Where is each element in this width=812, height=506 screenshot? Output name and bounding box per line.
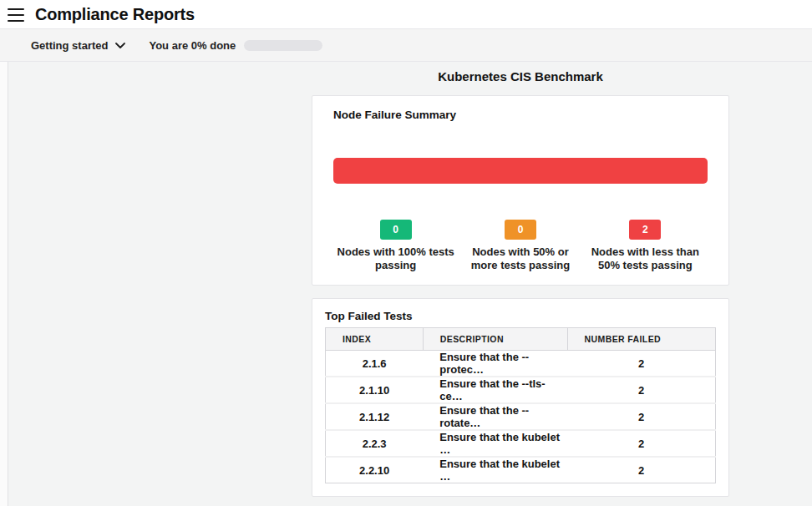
column-header-description: DESCRIPTION [423, 328, 567, 351]
stat-nodes-100-passing: 0 Nodes with 100% tests passing [333, 220, 458, 272]
cell-number-failed: 2 [567, 403, 715, 430]
stat-label: Nodes with less than 50% tests passing [591, 245, 699, 272]
table-row: 2.1.6 Ensure that the --protec… 2 [326, 351, 716, 377]
main-content: Kubernetes CIS Benchmark Node Failure Su… [0, 62, 812, 506]
cell-number-failed: 2 [567, 351, 715, 377]
node-failure-bar [333, 158, 708, 184]
table-header: INDEX DESCRIPTION NUMBER FAILED [326, 328, 716, 351]
stat-badge-green: 0 [380, 220, 412, 240]
cell-description: Ensure that the --rotate… [423, 403, 567, 430]
getting-started-bar: Getting started You are 0% done [0, 28, 812, 62]
table-row: 2.2.3 Ensure that the kubelet … 2 [326, 430, 716, 457]
top-failed-tests-card: Top Failed Tests INDEX DESCRIPTION NUMBE… [312, 298, 729, 497]
report-title: Kubernetes CIS Benchmark [312, 69, 729, 83]
cell-index: 2.1.10 [326, 377, 424, 403]
node-failure-summary-card: Node Failure Summary 0 Nodes with 100% t… [312, 95, 729, 286]
top-bar: Compliance Reports [0, 0, 812, 28]
stat-badge-orange: 0 [505, 220, 536, 240]
cell-description: Ensure that the kubelet … [423, 430, 567, 457]
hamburger-menu-icon[interactable] [8, 8, 24, 22]
cell-number-failed: 2 [567, 377, 715, 403]
collapsed-sidebar-rail [0, 62, 8, 506]
cell-number-failed: 2 [567, 457, 715, 483]
cell-index: 2.2.3 [326, 430, 424, 457]
progress-text: You are 0% done [149, 39, 236, 52]
getting-started-label: Getting started [31, 39, 108, 52]
cell-index: 2.2.10 [326, 457, 424, 483]
node-failure-summary-title: Node Failure Summary [333, 107, 708, 124]
chevron-down-icon [115, 43, 125, 48]
stat-nodes-less-50-passing: 2 Nodes with less than 50% tests passing [583, 220, 708, 272]
top-failed-tests-table: INDEX DESCRIPTION NUMBER FAILED 2.1.6 En… [325, 327, 716, 483]
stat-nodes-50-or-more-passing: 0 Nodes with 50% or more tests passing [458, 220, 582, 272]
cell-index: 2.1.6 [326, 351, 424, 377]
stat-badge-red: 2 [629, 220, 661, 240]
cell-description: Ensure that the --tls-ce… [423, 377, 567, 403]
top-failed-tests-title: Top Failed Tests [325, 309, 716, 323]
stat-label: Nodes with 100% tests passing [337, 245, 454, 272]
stat-label: Nodes with 50% or more tests passing [471, 245, 571, 272]
cell-index: 2.1.12 [326, 403, 424, 430]
getting-started-dropdown[interactable]: Getting started [31, 39, 125, 52]
node-stats-row: 0 Nodes with 100% tests passing 0 Nodes … [333, 220, 708, 272]
cell-description: Ensure that the --protec… [423, 351, 567, 377]
cell-number-failed: 2 [567, 430, 715, 457]
table-row: 2.2.10 Ensure that the kubelet … 2 [326, 457, 716, 483]
progress-bar [244, 40, 322, 51]
report-column: Kubernetes CIS Benchmark Node Failure Su… [312, 62, 729, 497]
table-row: 2.1.12 Ensure that the --rotate… 2 [326, 403, 716, 430]
cell-description: Ensure that the kubelet … [423, 457, 567, 483]
column-header-number-failed: NUMBER FAILED [567, 328, 715, 351]
column-header-index: INDEX [326, 328, 424, 351]
page-title: Compliance Reports [35, 5, 195, 24]
table-row: 2.1.10 Ensure that the --tls-ce… 2 [326, 377, 716, 403]
